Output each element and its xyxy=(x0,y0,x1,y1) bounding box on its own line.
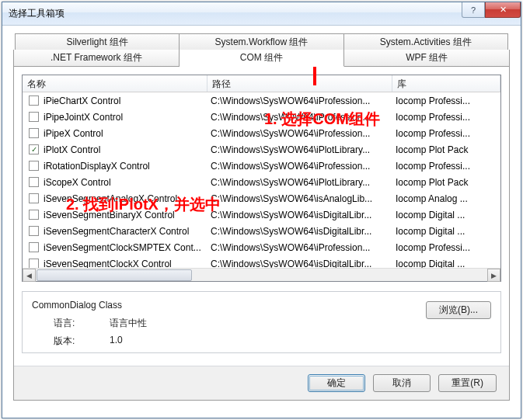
row-name: iSevenSegmentBinaryX Control xyxy=(44,210,175,220)
table-row[interactable]: iSevenSegmentCharacterX ControlC:\Window… xyxy=(23,223,500,239)
row-name: iPieChartX Control xyxy=(44,95,120,106)
col-path[interactable]: 路径 xyxy=(207,75,392,92)
details-classname: CommonDialog Class xyxy=(32,300,490,311)
dialog-buttons: 确定 取消 重置(R) xyxy=(14,366,509,400)
row-path: C:\Windows\SysWOW64\iProfession... xyxy=(207,242,392,253)
row-path: C:\Windows\SysWOW64\isDigitalLibr... xyxy=(207,210,392,220)
ok-button[interactable]: 确定 xyxy=(308,374,365,392)
row-checkbox[interactable] xyxy=(29,161,39,171)
row-lib: Iocomp Professi... xyxy=(392,112,500,123)
titlebar: 选择工具箱项 ? ✕ xyxy=(2,2,521,26)
table-row[interactable]: iSevenSegmentClockX ControlC:\Windows\Sy… xyxy=(23,255,500,268)
table-row[interactable]: iRotationDisplayX ControlC:\Windows\SysW… xyxy=(23,158,500,174)
row-lib: Iocomp Plot Pack xyxy=(392,144,500,155)
col-name[interactable]: 名称 xyxy=(23,75,207,92)
close-icon: ✕ xyxy=(500,5,507,15)
row-lib: Iocomp Plot Pack xyxy=(392,177,500,188)
row-path: C:\Windows\SysWOW64\iPlotLibrary... xyxy=(207,144,392,155)
col-lib[interactable]: 库 xyxy=(392,75,500,92)
row-lib: Iocomp Professi... xyxy=(392,95,500,106)
table-row[interactable]: iSevenSegmentClockSMPTEX Cont...C:\Windo… xyxy=(23,239,500,255)
browse-button[interactable]: 浏览(B)... xyxy=(426,301,491,319)
cancel-button[interactable]: 取消 xyxy=(373,374,431,392)
table-row[interactable]: iSevenSegmentBinaryX ControlC:\Windows\S… xyxy=(23,207,500,223)
row-lib: Iocomp Professi... xyxy=(392,161,500,172)
list-body[interactable]: iPieChartX ControlC:\Windows\SysWOW64\iP… xyxy=(23,92,500,268)
tab-control: Silverlight 组件 System.Workflow 组件 System… xyxy=(13,33,510,401)
row-checkbox[interactable] xyxy=(29,112,39,122)
scroll-right-button[interactable]: ▶ xyxy=(487,269,500,282)
row-path: C:\Windows\SysWOW64\isAnalogLib... xyxy=(207,193,392,204)
row-name: iRotationDisplayX Control xyxy=(44,161,150,172)
hscrollbar[interactable]: ◀ ▶ xyxy=(23,268,500,281)
help-button[interactable]: ? xyxy=(462,2,485,18)
reset-button[interactable]: 重置(R) xyxy=(438,374,497,392)
details-ver-value: 1.0 xyxy=(110,335,123,348)
row-checkbox[interactable] xyxy=(29,177,39,187)
row-path: C:\Windows\SysWOW64\isDigitalLibr... xyxy=(207,259,392,269)
row-path: C:\Windows\SysWOW64\iProfession... xyxy=(207,112,392,123)
tab-system-workflow[interactable]: System.Workflow 组件 xyxy=(180,33,343,50)
window-title: 选择工具箱项 xyxy=(2,7,65,20)
row-checkbox[interactable] xyxy=(29,226,39,236)
details-ver-label: 版本: xyxy=(54,335,110,348)
tab-page-com: 名称 路径 库 iPieChartX ControlC:\Windows\Sys… xyxy=(13,67,510,401)
row-checkbox[interactable] xyxy=(29,210,39,220)
close-button[interactable]: ✕ xyxy=(485,2,521,18)
row-checkbox[interactable] xyxy=(29,259,39,268)
component-list: 名称 路径 库 iPieChartX ControlC:\Windows\Sys… xyxy=(22,75,501,282)
row-name: iPipeJointX Control xyxy=(44,112,123,123)
row-name: iScopeX Control xyxy=(44,177,111,188)
table-row[interactable]: iPipeJointX ControlC:\Windows\SysWOW64\i… xyxy=(23,109,500,125)
table-row[interactable]: ✓iPlotX ControlC:\Windows\SysWOW64\iPlot… xyxy=(23,141,500,158)
dialog-window: 选择工具箱项 ? ✕ Silverlight 组件 System.Workflo… xyxy=(2,2,521,418)
help-icon: ? xyxy=(471,5,476,15)
row-checkbox[interactable] xyxy=(29,242,39,252)
row-checkbox[interactable] xyxy=(29,128,39,138)
row-path: C:\Windows\SysWOW64\iProfession... xyxy=(207,128,392,139)
list-header: 名称 路径 库 xyxy=(23,75,500,92)
row-path: C:\Windows\SysWOW64\isDigitalLibr... xyxy=(207,226,392,237)
row-checkbox[interactable] xyxy=(29,95,39,106)
tab-silverlight[interactable]: Silverlight 组件 xyxy=(15,33,180,50)
tab-net-framework[interactable]: .NET Framework 组件 xyxy=(13,50,180,67)
row-name: iSevenSegmentClockX Control xyxy=(44,259,172,269)
tab-system-activities[interactable]: System.Activities 组件 xyxy=(344,33,508,50)
table-row[interactable]: iSevenSegmentAnalogX ControlC:\Windows\S… xyxy=(23,190,500,207)
row-path: C:\Windows\SysWOW64\iProfession... xyxy=(207,161,392,172)
row-path: C:\Windows\SysWOW64\iPlotLibrary... xyxy=(207,177,392,188)
row-name: iSevenSegmentAnalogX Control xyxy=(44,193,177,204)
row-path: C:\Windows\SysWOW64\iProfession... xyxy=(207,95,392,106)
row-lib: Iocomp Professi... xyxy=(392,242,500,253)
tab-wpf[interactable]: WPF 组件 xyxy=(344,50,510,67)
table-row[interactable]: iPieChartX ControlC:\Windows\SysWOW64\iP… xyxy=(23,92,500,109)
tab-com[interactable]: COM 组件 xyxy=(180,50,345,67)
row-checkbox[interactable] xyxy=(29,193,39,203)
row-lib: Iocomp Digital ... xyxy=(392,226,500,237)
details-lang-value: 语言中性 xyxy=(110,317,147,330)
row-lib: Iocomp Digital ... xyxy=(392,259,500,269)
scroll-left-button[interactable]: ◀ xyxy=(23,269,36,282)
row-lib: Iocomp Analog ... xyxy=(392,193,500,204)
row-name: iSevenSegmentCharacterX Control xyxy=(44,226,189,237)
row-lib: Iocomp Digital ... xyxy=(392,210,500,220)
scroll-thumb[interactable] xyxy=(37,269,192,281)
details-group: CommonDialog Class 语言: 语言中性 版本: 1.0 浏览(B… xyxy=(22,291,501,353)
row-lib: Iocomp Professi... xyxy=(392,128,500,139)
details-lang-label: 语言: xyxy=(54,317,110,330)
table-row[interactable]: iScopeX ControlC:\Windows\SysWOW64\iPlot… xyxy=(23,174,500,190)
row-name: iSevenSegmentClockSMPTEX Cont... xyxy=(44,242,201,253)
row-name: iPlotX Control xyxy=(44,144,100,155)
table-row[interactable]: iPipeX ControlC:\Windows\SysWOW64\iProfe… xyxy=(23,125,500,141)
row-name: iPipeX Control xyxy=(44,128,103,139)
client-area: Silverlight 组件 System.Workflow 组件 System… xyxy=(2,26,521,418)
row-checkbox[interactable]: ✓ xyxy=(29,144,39,154)
